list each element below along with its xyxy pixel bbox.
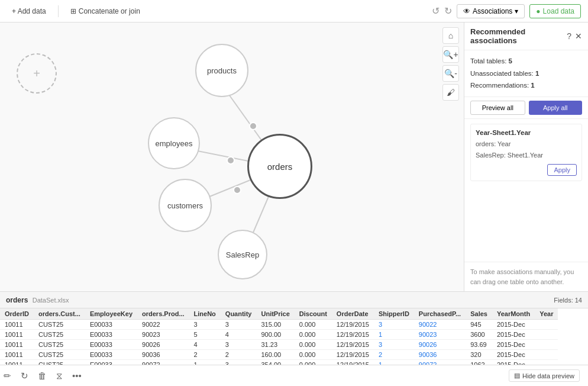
table-cell: 2015-Dec — [492, 340, 535, 350]
edit-icon[interactable]: ✏ — [4, 371, 11, 381]
table-cell[interactable]: 1 — [374, 360, 414, 365]
table-cell: 10011 — [0, 340, 34, 350]
table-cell: 2 — [221, 350, 257, 360]
table-cell: 900.00 — [256, 330, 294, 340]
recommendation-card: Year-Sheet1.Year orders: Year SalesRep: … — [470, 124, 582, 181]
hide-data-preview-button[interactable]: ▤ Hide data preview — [509, 369, 580, 382]
side-panel-actions: Preview all Apply all — [464, 96, 588, 119]
table-cell: E00033 — [85, 320, 137, 330]
table-cell: 5 — [189, 330, 221, 340]
table-row: 10011CUST25E000339002233315.000.00012/19… — [0, 320, 558, 330]
table-cell: E00033 — [85, 330, 137, 340]
table-cell — [535, 330, 558, 340]
table-cell: E00033 — [85, 340, 137, 350]
side-panel-icons: ? ✕ — [567, 31, 582, 41]
table-cell: 945 — [466, 320, 492, 330]
add-table-node[interactable]: + — [17, 53, 57, 94]
table-cell[interactable]: 90036 — [414, 350, 466, 360]
data-table-header: orders DataSet.xlsx Fields: 14 — [0, 292, 588, 308]
table-col-header: PurchasedP... — [414, 308, 466, 320]
orders-node[interactable]: orders — [247, 134, 312, 199]
filter-icon[interactable]: ⧖ — [56, 371, 63, 381]
redo-button[interactable]: ↻ — [444, 5, 452, 17]
table-icon: ▤ — [514, 372, 520, 379]
table-cell — [535, 340, 558, 350]
connector-customers — [233, 186, 241, 194]
table-cell: 3 — [189, 320, 221, 330]
canvas-area: + products employees orders customers Sa… — [0, 22, 464, 291]
table-cell: CUST25 — [34, 350, 85, 360]
table-cell: 90022 — [137, 320, 189, 330]
table-cell: 90072 — [137, 360, 189, 365]
add-data-button[interactable]: + Add data — [7, 5, 51, 18]
table-cell[interactable]: 2 — [374, 350, 414, 360]
table-cell[interactable]: 90022 — [414, 320, 466, 330]
table-row: 10011CUST25E000339002354900.000.00012/19… — [0, 330, 558, 340]
preview-all-button[interactable]: Preview all — [470, 101, 525, 115]
table-cell: CUST25 — [34, 330, 85, 340]
table-cell: 2 — [189, 350, 221, 360]
salesrep-node[interactable]: SalesRep — [218, 230, 267, 279]
concatenate-button[interactable]: ⊞ Concatenate or join — [66, 5, 145, 18]
table-cell[interactable]: 90026 — [414, 340, 466, 350]
rec-detail-1: orders: Year — [476, 139, 577, 150]
side-panel: Recommended associations ? ✕ Total table… — [464, 22, 588, 291]
table-cell: 93.69 — [466, 340, 492, 350]
eye-icon: 👁 — [463, 7, 470, 15]
table-cell: 4 — [221, 330, 257, 340]
side-panel-stats: Total tables: 5 Unassociated tables: 1 R… — [464, 50, 588, 96]
table-cell[interactable]: 1 — [374, 330, 414, 340]
zoom-out-button[interactable]: 🔍- — [442, 65, 459, 82]
table-cell: 10011 — [0, 330, 34, 340]
rec-detail-2: SalesRep: Sheet1.Year — [476, 150, 577, 161]
table-cell: 2015-Dec — [492, 320, 535, 330]
toolbar-separator — [58, 5, 59, 17]
products-node[interactable]: products — [195, 44, 248, 97]
customers-node[interactable]: customers — [159, 179, 212, 232]
table-cell: 12/19/2015 — [332, 320, 374, 330]
bottom-toolbar: ✏ ↻ 🗑 ⧖ ••• ▤ Hide data preview — [0, 365, 588, 386]
table-col-header: EmployeeKey — [85, 308, 137, 320]
employees-node[interactable]: employees — [148, 117, 200, 169]
table-col-header: OrderDate — [332, 308, 374, 320]
table-cell: 2015-Dec — [492, 350, 535, 360]
table-col-header: LineNo — [189, 308, 221, 320]
undo-button[interactable]: ↺ — [432, 5, 440, 17]
close-icon[interactable]: ✕ — [575, 31, 582, 41]
table-cell[interactable]: 90072 — [414, 360, 466, 365]
table-cell: 12/19/2015 — [332, 340, 374, 350]
side-panel-header: Recommended associations ? ✕ — [464, 22, 588, 50]
help-icon[interactable]: ? — [567, 31, 571, 41]
table-row: 10011CUST25E000339003622160.000.00012/19… — [0, 350, 558, 360]
load-data-button[interactable]: ● Load data — [529, 4, 581, 18]
table-cell: E00033 — [85, 360, 137, 365]
table-cell: E00033 — [85, 350, 137, 360]
table-cell: 90036 — [137, 350, 189, 360]
paint-button[interactable]: 🖌 — [442, 84, 459, 101]
connector-employees — [227, 156, 235, 165]
table-cell: 31.23 — [256, 340, 294, 350]
table-cell: CUST25 — [34, 340, 85, 350]
table-header-row: OrderIDorders.Cust...EmployeeKeyorders.P… — [0, 308, 558, 320]
refresh-icon[interactable]: ↻ — [21, 371, 28, 381]
data-table-wrap[interactable]: OrderIDorders.Cust...EmployeeKeyorders.P… — [0, 308, 588, 365]
table-cell[interactable]: 3 — [374, 320, 414, 330]
table-cell: CUST25 — [34, 320, 85, 330]
table-cell: 4 — [189, 340, 221, 350]
table-cell[interactable]: 90023 — [414, 330, 466, 340]
rec-apply-button[interactable]: Apply — [547, 164, 577, 176]
table-cell: 320 — [466, 350, 492, 360]
apply-all-button[interactable]: Apply all — [529, 101, 583, 115]
delete-icon[interactable]: 🗑 — [38, 371, 47, 381]
table-cell: 0.000 — [295, 330, 332, 340]
table-cell[interactable]: 3 — [374, 340, 414, 350]
table-cell: 0.000 — [295, 350, 332, 360]
table-cell: 3 — [221, 340, 257, 350]
home-button[interactable]: ⌂ — [442, 27, 459, 44]
more-icon[interactable]: ••• — [72, 371, 82, 381]
table-col-header: ShipperID — [374, 308, 414, 320]
zoom-in-button[interactable]: 🔍+ — [442, 46, 459, 63]
table-cell: 315.00 — [256, 320, 294, 330]
associations-button[interactable]: 👁 Associations ▾ — [457, 4, 525, 18]
table-cell: 0.000 — [295, 320, 332, 330]
